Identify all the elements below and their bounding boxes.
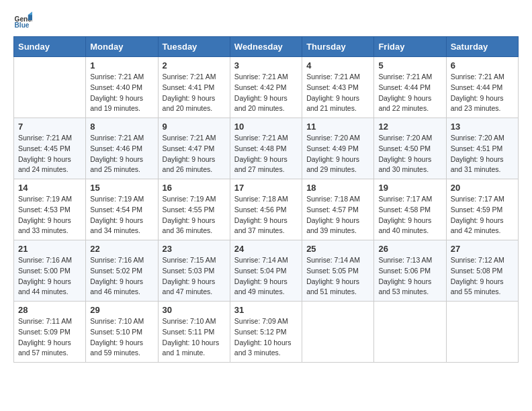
day-info: Sunrise: 7:18 AMSunset: 4:57 PMDaylight:…: [306, 194, 369, 236]
day-number: 9: [163, 122, 226, 132]
day-number: 4: [306, 60, 369, 71]
calendar-cell: 26Sunrise: 7:13 AMSunset: 5:06 PMDayligh…: [374, 240, 446, 302]
day-info: Sunrise: 7:21 AMSunset: 4:46 PMDaylight:…: [90, 133, 153, 175]
calendar-cell: 24Sunrise: 7:14 AMSunset: 5:04 PMDayligh…: [230, 240, 302, 302]
day-number: 26: [378, 244, 441, 254]
header-friday: Friday: [374, 37, 446, 57]
day-number: 22: [90, 244, 153, 254]
day-info: Sunrise: 7:21 AMSunset: 4:44 PMDaylight:…: [378, 72, 441, 114]
day-info: Sunrise: 7:21 AMSunset: 4:48 PMDaylight:…: [234, 133, 298, 175]
day-number: 3: [234, 60, 298, 71]
day-number: 8: [90, 122, 153, 132]
calendar-cell: 6Sunrise: 7:21 AMSunset: 4:44 PMDaylight…: [446, 57, 518, 118]
day-number: 15: [90, 183, 153, 193]
logo-icon: General Blue: [13, 11, 32, 30]
calendar-cell: 15Sunrise: 7:19 AMSunset: 4:54 PMDayligh…: [86, 179, 158, 240]
day-number: 5: [378, 60, 441, 71]
day-number: 10: [234, 122, 298, 132]
day-info: Sunrise: 7:16 AMSunset: 5:00 PMDaylight:…: [18, 255, 81, 298]
header-sunday: Sunday: [14, 37, 86, 57]
day-info: Sunrise: 7:17 AMSunset: 4:59 PMDaylight:…: [451, 194, 514, 236]
calendar-cell: 27Sunrise: 7:12 AMSunset: 5:08 PMDayligh…: [446, 240, 518, 302]
day-number: 11: [306, 122, 369, 132]
calendar-cell: 20Sunrise: 7:17 AMSunset: 4:59 PMDayligh…: [446, 179, 518, 240]
day-number: 29: [90, 305, 153, 315]
day-info: Sunrise: 7:13 AMSunset: 5:06 PMDaylight:…: [378, 255, 441, 298]
calendar-cell: 9Sunrise: 7:21 AMSunset: 4:47 PMDaylight…: [158, 118, 230, 179]
calendar-cell: 5Sunrise: 7:21 AMSunset: 4:44 PMDaylight…: [374, 57, 446, 118]
day-info: Sunrise: 7:20 AMSunset: 4:51 PMDaylight:…: [451, 133, 514, 175]
header-saturday: Saturday: [446, 37, 518, 57]
day-info: Sunrise: 7:15 AMSunset: 5:03 PMDaylight:…: [163, 255, 226, 298]
header-monday: Monday: [86, 37, 158, 57]
calendar-cell: [14, 57, 86, 118]
calendar-cell: 1Sunrise: 7:21 AMSunset: 4:40 PMDaylight…: [86, 57, 158, 118]
logo: General Blue: [13, 11, 32, 30]
header-tuesday: Tuesday: [158, 37, 230, 57]
day-info: Sunrise: 7:19 AMSunset: 4:55 PMDaylight:…: [163, 194, 226, 236]
calendar-cell: 7Sunrise: 7:21 AMSunset: 4:45 PMDaylight…: [14, 118, 86, 179]
day-number: 27: [451, 244, 514, 254]
day-info: Sunrise: 7:20 AMSunset: 4:50 PMDaylight:…: [378, 133, 441, 175]
day-number: 18: [306, 183, 369, 193]
day-number: 17: [234, 183, 298, 193]
calendar-cell: 16Sunrise: 7:19 AMSunset: 4:55 PMDayligh…: [158, 179, 230, 240]
day-number: 12: [378, 122, 441, 132]
calendar-cell: 4Sunrise: 7:21 AMSunset: 4:43 PMDaylight…: [302, 57, 374, 118]
day-number: 19: [378, 183, 441, 193]
day-info: Sunrise: 7:12 AMSunset: 5:08 PMDaylight:…: [451, 255, 514, 298]
day-number: 7: [18, 122, 81, 132]
calendar-cell: 13Sunrise: 7:20 AMSunset: 4:51 PMDayligh…: [446, 118, 518, 179]
day-number: 24: [234, 244, 298, 254]
day-info: Sunrise: 7:21 AMSunset: 4:45 PMDaylight:…: [18, 133, 81, 175]
calendar-cell: 18Sunrise: 7:18 AMSunset: 4:57 PMDayligh…: [302, 179, 374, 240]
day-number: 13: [451, 122, 514, 132]
calendar-week-3: 14Sunrise: 7:19 AMSunset: 4:53 PMDayligh…: [14, 179, 519, 240]
day-info: Sunrise: 7:21 AMSunset: 4:42 PMDaylight:…: [234, 72, 298, 114]
day-info: Sunrise: 7:21 AMSunset: 4:40 PMDaylight:…: [90, 72, 153, 114]
header-wednesday: Wednesday: [230, 37, 302, 57]
calendar-cell: 25Sunrise: 7:14 AMSunset: 5:05 PMDayligh…: [302, 240, 374, 302]
calendar-header-row: SundayMondayTuesdayWednesdayThursdayFrid…: [14, 37, 519, 57]
day-info: Sunrise: 7:19 AMSunset: 4:53 PMDaylight:…: [18, 194, 81, 236]
svg-text:Blue: Blue: [15, 21, 30, 29]
day-info: Sunrise: 7:17 AMSunset: 4:58 PMDaylight:…: [378, 194, 441, 236]
day-number: 28: [18, 305, 81, 315]
day-info: Sunrise: 7:21 AMSunset: 4:43 PMDaylight:…: [306, 72, 369, 114]
calendar-cell: 8Sunrise: 7:21 AMSunset: 4:46 PMDaylight…: [86, 118, 158, 179]
day-info: Sunrise: 7:21 AMSunset: 4:41 PMDaylight:…: [163, 72, 226, 114]
day-number: 30: [163, 305, 226, 315]
calendar-week-5: 28Sunrise: 7:11 AMSunset: 5:09 PMDayligh…: [14, 302, 519, 363]
calendar-cell: 23Sunrise: 7:15 AMSunset: 5:03 PMDayligh…: [158, 240, 230, 302]
day-number: 23: [163, 244, 226, 254]
calendar-week-4: 21Sunrise: 7:16 AMSunset: 5:00 PMDayligh…: [14, 240, 519, 302]
calendar-cell: 11Sunrise: 7:20 AMSunset: 4:49 PMDayligh…: [302, 118, 374, 179]
calendar-cell: [302, 302, 374, 363]
day-number: 20: [451, 183, 514, 193]
day-info: Sunrise: 7:21 AMSunset: 4:47 PMDaylight:…: [163, 133, 226, 175]
day-number: 25: [306, 244, 369, 254]
day-number: 21: [18, 244, 81, 254]
calendar-cell: 31Sunrise: 7:09 AMSunset: 5:12 PMDayligh…: [230, 302, 302, 363]
svg-marker-3: [28, 12, 32, 15]
day-number: 31: [234, 305, 298, 315]
calendar-cell: 3Sunrise: 7:21 AMSunset: 4:42 PMDaylight…: [230, 57, 302, 118]
header-thursday: Thursday: [302, 37, 374, 57]
day-number: 14: [18, 183, 81, 193]
day-number: 1: [90, 60, 153, 71]
day-info: Sunrise: 7:11 AMSunset: 5:09 PMDaylight:…: [18, 316, 81, 359]
calendar-week-2: 7Sunrise: 7:21 AMSunset: 4:45 PMDaylight…: [14, 118, 519, 179]
day-info: Sunrise: 7:19 AMSunset: 4:54 PMDaylight:…: [90, 194, 153, 236]
calendar-cell: [374, 302, 446, 363]
calendar-cell: 10Sunrise: 7:21 AMSunset: 4:48 PMDayligh…: [230, 118, 302, 179]
calendar-cell: 17Sunrise: 7:18 AMSunset: 4:56 PMDayligh…: [230, 179, 302, 240]
day-number: 2: [163, 60, 226, 71]
calendar-cell: 29Sunrise: 7:10 AMSunset: 5:10 PMDayligh…: [86, 302, 158, 363]
day-info: Sunrise: 7:18 AMSunset: 4:56 PMDaylight:…: [234, 194, 298, 236]
day-info: Sunrise: 7:10 AMSunset: 5:10 PMDaylight:…: [90, 316, 153, 359]
day-info: Sunrise: 7:16 AMSunset: 5:02 PMDaylight:…: [90, 255, 153, 298]
day-number: 16: [163, 183, 226, 193]
day-info: Sunrise: 7:20 AMSunset: 4:49 PMDaylight:…: [306, 133, 369, 175]
calendar-cell: 2Sunrise: 7:21 AMSunset: 4:41 PMDaylight…: [158, 57, 230, 118]
calendar-cell: 22Sunrise: 7:16 AMSunset: 5:02 PMDayligh…: [86, 240, 158, 302]
